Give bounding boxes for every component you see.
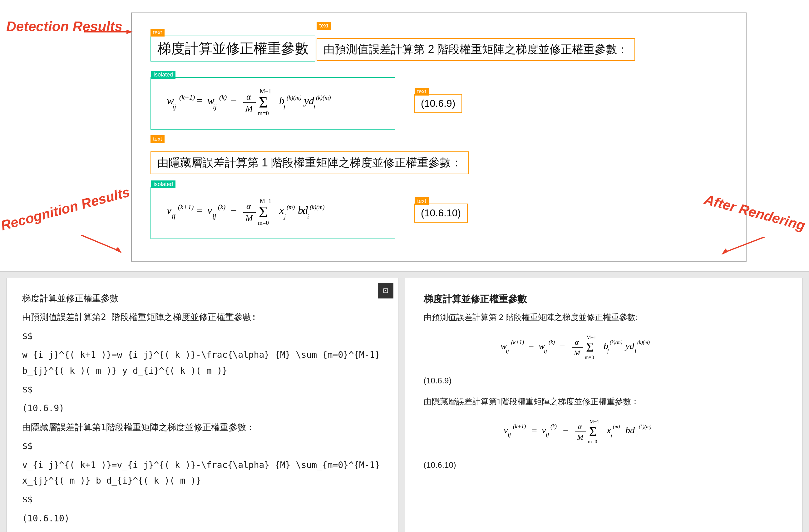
svg-text:m=0: m=0: [588, 439, 597, 444]
svg-text:j: j: [610, 433, 612, 438]
rendered-formula1: w ij (k+1) = w ij (k) − α M Σ m=0 M−1 b …: [424, 331, 784, 367]
svg-text:M: M: [573, 349, 581, 357]
svg-marker-1: [126, 30, 133, 34]
br-subtitle2: 由隱藏層誤差計算第1階段權重矩陣之梯度並修正權重參數：: [424, 394, 784, 409]
formula2-tag: isolated: [151, 181, 175, 188]
svg-text:α: α: [246, 92, 251, 101]
svg-text:x: x: [279, 205, 284, 216]
svg-text:(k): (k): [550, 423, 557, 430]
svg-text:(k): (k): [219, 93, 227, 101]
bl-line11: (10.6.10): [22, 511, 382, 526]
section1-tag: text: [316, 22, 331, 30]
svg-line-46: [725, 237, 765, 252]
svg-text:=: =: [532, 425, 537, 435]
formula2-number: (10.6.10): [421, 207, 461, 219]
svg-text:v: v: [207, 205, 212, 216]
formula1-box: isolated w ij (k+1) = w ij (k) − α M Σ: [151, 77, 395, 130]
recognition-results-arrow: [81, 235, 131, 254]
br-eq2-number: (10.6.10): [424, 458, 784, 473]
svg-text:(k+1): (k+1): [178, 203, 194, 211]
svg-text:ij: ij: [172, 212, 175, 220]
formula1-row: isolated w ij (k+1) = w ij (k) − α M Σ: [151, 77, 727, 130]
svg-text:bd: bd: [625, 425, 635, 435]
svg-text:(k): (k): [218, 203, 225, 211]
svg-text:ij: ij: [213, 103, 217, 110]
svg-text:M−1: M−1: [586, 335, 596, 340]
formula2-number-box: text (10.6.10): [414, 204, 468, 223]
bl-line7: 由隱藏層誤差計算第1階段權重矩陣之梯度並修正權重參數：: [22, 419, 382, 435]
br-title: 梯度計算並修正權重參數: [424, 291, 784, 308]
svg-text:(k+1): (k+1): [179, 93, 195, 101]
after-rendering-arrow: [715, 237, 765, 255]
section2-tag: text: [151, 135, 165, 143]
svg-text:−: −: [560, 341, 565, 351]
svg-text:Σ: Σ: [259, 203, 268, 220]
title-block: text 梯度計算並修正權重參數: [151, 36, 315, 62]
bottom-section: ⊡ 梯度計算並修正權重參數 由預測值誤差計算第2 階段權重矩陣之梯度並修正權重參…: [0, 272, 809, 532]
svg-text:i: i: [635, 348, 636, 354]
svg-text:M−1: M−1: [260, 198, 271, 204]
svg-text:ij: ij: [506, 348, 509, 354]
svg-text:M−1: M−1: [260, 88, 271, 95]
rendered-formula1-svg: w ij (k+1) = w ij (k) − α M Σ m=0 M−1 b …: [497, 331, 710, 362]
svg-text:Σ: Σ: [586, 340, 593, 354]
svg-text:ij: ij: [508, 432, 511, 438]
svg-text:=: =: [529, 341, 534, 351]
bl-line10: $$: [22, 492, 382, 507]
title-text: 梯度計算並修正權重參數: [151, 36, 315, 62]
svg-text:(k+1): (k+1): [513, 423, 526, 430]
bl-line8: $$: [22, 438, 382, 454]
section1-block: text 由預測值誤差計算第 2 階段權重矩陣之梯度並修正權重參數：: [316, 29, 635, 67]
svg-text:(k)(m): (k)(m): [637, 340, 650, 345]
bl-line3: $$: [22, 328, 382, 344]
bl-line5: $$: [22, 382, 382, 397]
svg-text:−: −: [231, 205, 237, 216]
svg-text:ij: ij: [172, 103, 176, 110]
svg-text:Σ: Σ: [589, 424, 597, 439]
svg-text:(k+1): (k+1): [511, 339, 524, 346]
bl-line2: 由預測值誤差計算第2 階段權重矩陣之梯度並修正權重參數:: [22, 309, 382, 325]
svg-text:yd: yd: [624, 341, 635, 351]
svg-text:(k)(m): (k)(m): [316, 94, 331, 101]
br-eq1-number: (10.6.9): [424, 373, 784, 388]
svg-text:M: M: [245, 104, 253, 113]
svg-marker-45: [115, 247, 122, 253]
formula2-number-tag: text: [415, 197, 429, 205]
detection-results-arrow: [84, 29, 134, 35]
title-tag: text: [151, 29, 165, 36]
formula2-box: isolated v ij (k+1) = v ij (k) − α M Σ: [151, 187, 395, 239]
section2-block: text 由隱藏層誤差計算第 1 階段權重矩陣之梯度並修正權重參數：: [151, 142, 469, 181]
formula2-svg: v ij (k+1) = v ij (k) − α M Σ m=0 M−1: [163, 193, 382, 231]
svg-text:(k)(m): (k)(m): [310, 204, 324, 211]
svg-text:α: α: [575, 338, 579, 346]
svg-text:(k)(m): (k)(m): [639, 424, 651, 430]
svg-text:(k)(m): (k)(m): [287, 94, 301, 101]
svg-text:i: i: [307, 213, 309, 220]
section1-text: 由預測值誤差計算第 2 階段權重矩陣之梯度並修正權重參數：: [316, 38, 635, 61]
svg-text:j: j: [607, 348, 609, 354]
svg-text:y: y: [303, 95, 309, 106]
bl-line6: (10.6.9): [22, 400, 382, 416]
recognition-results-label: Recognition Results: [0, 184, 132, 234]
content-box: text 梯度計算並修正權重參數 text 由預測值誤差計算第 2 階段權重矩陣…: [131, 13, 746, 262]
svg-text:(k): (k): [549, 339, 555, 346]
svg-text:=: =: [196, 205, 202, 216]
svg-text:M: M: [245, 213, 253, 223]
bl-line1: 梯度計算並修正權重參數: [22, 291, 382, 306]
formula1-svg: w ij (k+1) = w ij (k) − α M Σ m=0 M−1: [163, 84, 382, 121]
bl-line9: v_{i j}^{( k+1 )}=v_{i j}^{( k )}-\frac{…: [22, 457, 382, 489]
svg-text:M: M: [577, 433, 584, 441]
rendered-formula2-svg: v ij (k+1) = v ij (k) − α M Σ m=0 M−1 x …: [500, 415, 707, 446]
svg-text:m=0: m=0: [258, 220, 269, 226]
svg-text:(m): (m): [613, 424, 620, 430]
svg-text:α: α: [246, 201, 251, 211]
svg-line-44: [81, 235, 119, 251]
svg-text:(k)(m): (k)(m): [610, 340, 622, 345]
svg-text:Σ: Σ: [259, 93, 268, 111]
copy-button[interactable]: ⊡: [378, 283, 393, 298]
svg-text:α: α: [578, 423, 582, 431]
svg-text:m=0: m=0: [258, 110, 269, 117]
svg-text:i: i: [313, 104, 315, 110]
svg-text:v: v: [167, 205, 172, 216]
svg-text:ij: ij: [546, 432, 549, 438]
